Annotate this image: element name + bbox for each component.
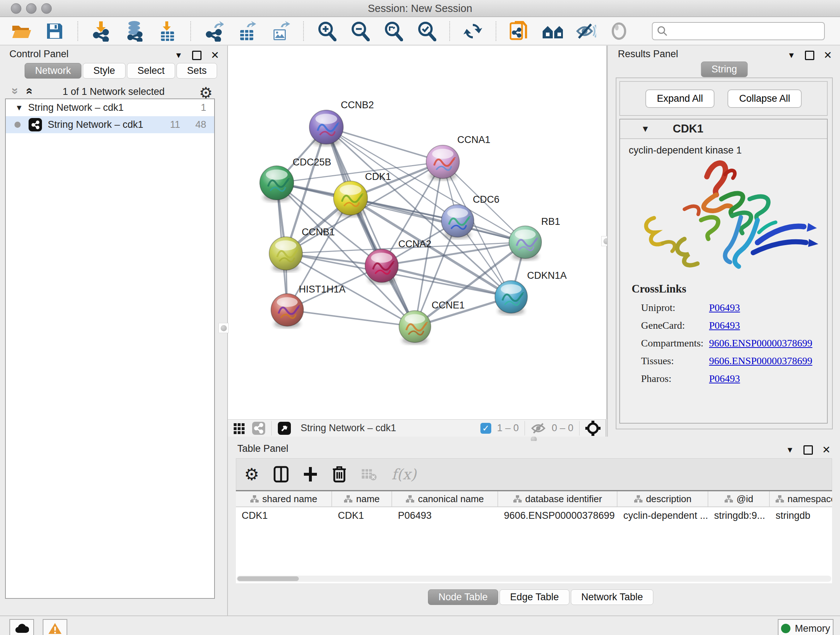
table-panel-float-icon[interactable] bbox=[804, 445, 813, 455]
table-cell[interactable]: CDK1 bbox=[332, 510, 392, 521]
network-edge-count: 48 bbox=[195, 119, 206, 130]
warning-status-button[interactable] bbox=[43, 619, 67, 635]
hide-selected-eye-icon[interactable] bbox=[575, 21, 596, 42]
column-header-name[interactable]: name bbox=[332, 491, 392, 507]
table-panel-menu-icon[interactable]: ▼ bbox=[786, 445, 794, 455]
network-graph[interactable]: CCNB2CCNA1CDC25BCDK1CDC6RB1CCNB1CCNA2CDK… bbox=[228, 46, 606, 418]
table-row[interactable]: CDK1CDK1P064939606.ENSP00000378699cyclin… bbox=[236, 507, 832, 524]
zoom-in-icon[interactable] bbox=[316, 21, 337, 42]
node-HIST1H1A[interactable]: HIST1H1A bbox=[271, 284, 346, 328]
tab-style[interactable]: Style bbox=[83, 63, 126, 79]
tab-network-table[interactable]: Network Table bbox=[571, 589, 654, 605]
open-view-arrow-icon[interactable] bbox=[278, 421, 291, 435]
save-session-icon[interactable] bbox=[44, 21, 65, 42]
export-image-icon[interactable] bbox=[270, 21, 291, 42]
table-cell[interactable]: 9606.ENSP00000378699 bbox=[498, 510, 617, 521]
import-network-database-icon[interactable] bbox=[124, 21, 145, 42]
delete-column-icon[interactable] bbox=[332, 466, 347, 483]
table-panel-close-icon[interactable]: ✕ bbox=[822, 444, 831, 456]
collection-expand-icon[interactable]: ▼ bbox=[15, 103, 23, 112]
crosslink-value-link[interactable]: P06493 bbox=[709, 373, 740, 385]
network-row[interactable]: String Network – cdk1 11 48 bbox=[6, 116, 214, 133]
import-network-file-icon[interactable] bbox=[90, 21, 111, 42]
crosslink-value-link[interactable]: P06493 bbox=[709, 320, 740, 331]
results-panel-close-icon[interactable]: ✕ bbox=[824, 49, 832, 61]
results-panel-float-icon[interactable] bbox=[805, 51, 814, 60]
crosslink-value-link[interactable]: 9606.ENSP00000378699 bbox=[709, 355, 812, 367]
node-label-CCNB2: CCNB2 bbox=[341, 100, 374, 111]
add-column-icon[interactable] bbox=[303, 466, 317, 482]
crosslink-value-link[interactable]: 9606.ENSP00000378699 bbox=[709, 337, 812, 349]
table-settings-gear-icon[interactable]: ⚙ bbox=[244, 464, 259, 484]
open-in-string-icon[interactable] bbox=[508, 21, 530, 42]
column-header-shared-name[interactable]: shared name bbox=[236, 491, 332, 507]
memory-button[interactable]: Memory bbox=[778, 619, 834, 635]
network-row-label: String Network – cdk1 bbox=[48, 119, 143, 130]
column-header-namespace[interactable]: namespace bbox=[770, 491, 832, 507]
node-CCNB1[interactable]: CCNB1 bbox=[269, 226, 335, 272]
network-collection-row[interactable]: ▼ String Network – cdk1 1 bbox=[6, 99, 214, 116]
section-collapse-icon[interactable]: ▼ bbox=[641, 124, 650, 134]
node-CCNB2[interactable]: CCNB2 bbox=[309, 100, 374, 146]
left-splitter-handle[interactable] bbox=[218, 323, 229, 333]
control-panel-close-icon[interactable]: ✕ bbox=[211, 49, 219, 61]
control-panel-float-icon[interactable] bbox=[192, 51, 202, 60]
zoom-out-icon[interactable] bbox=[349, 21, 370, 42]
node-details-panel: ▼ CDK1 cyclin-dependent kinase 1 bbox=[619, 119, 828, 424]
node-CDC6[interactable]: CDC6 bbox=[441, 194, 500, 239]
node-label-CCNA1: CCNA1 bbox=[457, 134, 491, 145]
node-CDKN1A[interactable]: CDKN1A bbox=[495, 270, 567, 315]
export-table-icon[interactable] bbox=[237, 21, 257, 42]
collapse-all-button[interactable]: Collapse All bbox=[728, 89, 802, 108]
results-panel-menu-icon[interactable]: ▼ bbox=[788, 51, 796, 60]
import-table-file-icon[interactable] bbox=[157, 21, 178, 42]
network-status-dot bbox=[14, 122, 21, 128]
tab-node-table[interactable]: Node Table bbox=[428, 589, 498, 605]
cdk1-section-header[interactable]: ▼ CDK1 bbox=[620, 119, 827, 139]
show-all-eye-icon[interactable] bbox=[608, 21, 630, 42]
edge-CCNB2-CCNE1 bbox=[326, 127, 415, 326]
network-canvas[interactable]: CCNB2CCNA1CDC25BCDK1CDC6RB1CCNB1CCNA2CDK… bbox=[228, 46, 607, 419]
crosslinks-section: CrossLinks Uniprot:P06493GeneCard:P06493… bbox=[632, 282, 812, 391]
zoom-fit-icon[interactable] bbox=[383, 21, 404, 42]
search-box[interactable] bbox=[652, 22, 825, 40]
node-label-CCNA2: CCNA2 bbox=[398, 239, 431, 249]
node-RB1[interactable]: RB1 bbox=[509, 216, 561, 260]
first-neighbors-icon[interactable] bbox=[542, 21, 563, 42]
fit-selected-crosshair-icon[interactable] bbox=[585, 421, 600, 436]
node-CDK1[interactable]: CDK1 bbox=[333, 171, 391, 217]
table-cell[interactable]: CDK1 bbox=[236, 510, 332, 521]
table-hscrollbar-thumb[interactable] bbox=[237, 576, 299, 581]
node-table[interactable]: shared namenamecanonical namedatabase id… bbox=[236, 490, 832, 583]
expand-all-button[interactable]: Expand All bbox=[645, 89, 715, 108]
table-hscrollbar[interactable] bbox=[237, 576, 831, 582]
search-input[interactable] bbox=[671, 25, 824, 37]
cloud-status-button[interactable] bbox=[9, 619, 34, 635]
column-header-database-identifier[interactable]: database identifier bbox=[498, 491, 617, 507]
table-cell[interactable]: stringdb:9... bbox=[708, 510, 770, 521]
tab-network[interactable]: Network bbox=[25, 63, 81, 79]
birdseye-grid-icon[interactable] bbox=[233, 422, 246, 435]
open-session-icon[interactable] bbox=[11, 21, 32, 42]
export-network-icon[interactable] bbox=[203, 21, 224, 42]
control-panel-menu-icon[interactable]: ▼ bbox=[175, 51, 183, 60]
selected-nodes-checkbox-icon[interactable]: ✓ bbox=[480, 423, 491, 434]
tab-string[interactable]: String bbox=[701, 62, 748, 77]
table-cell[interactable]: P06493 bbox=[392, 510, 498, 521]
tab-select[interactable]: Select bbox=[127, 63, 175, 79]
column-header-@id[interactable]: @id bbox=[708, 491, 770, 507]
tab-sets[interactable]: Sets bbox=[177, 63, 217, 79]
refresh-icon[interactable] bbox=[462, 21, 483, 42]
show-columns-icon[interactable] bbox=[273, 466, 289, 483]
control-panel: Control Panel ▼ ✕ NetworkStyleSelectSets… bbox=[0, 46, 228, 616]
zoom-selected-icon[interactable] bbox=[416, 21, 437, 42]
string-view-icon[interactable] bbox=[252, 421, 265, 435]
node-CDC25B[interactable]: CDC25B bbox=[260, 157, 332, 202]
node-CCNA1[interactable]: CCNA1 bbox=[426, 134, 491, 181]
column-header-canonical-name[interactable]: canonical name bbox=[392, 491, 498, 507]
table-cell[interactable]: cyclin-dependent ... bbox=[617, 510, 708, 521]
table-cell[interactable]: stringdb bbox=[770, 510, 832, 521]
column-header-description[interactable]: description bbox=[617, 491, 708, 507]
crosslink-value-link[interactable]: P06493 bbox=[709, 302, 740, 314]
tab-edge-table[interactable]: Edge Table bbox=[500, 589, 569, 605]
